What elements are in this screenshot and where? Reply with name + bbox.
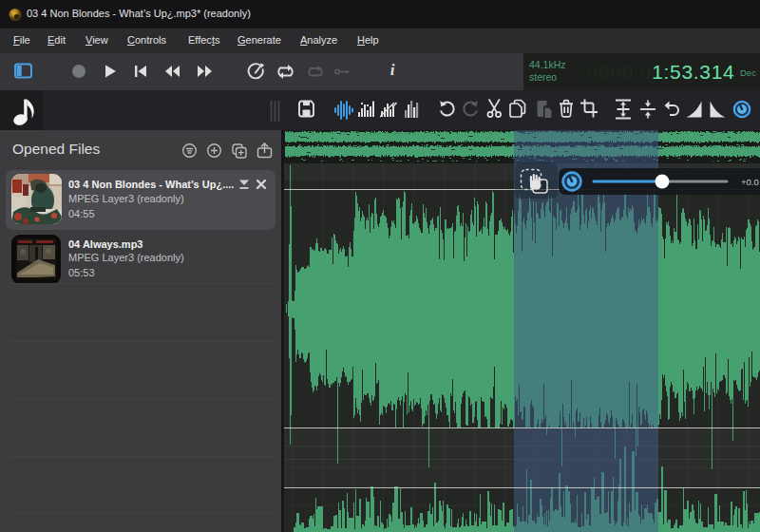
svg-text:+0.0: +0.0 <box>741 177 759 187</box>
